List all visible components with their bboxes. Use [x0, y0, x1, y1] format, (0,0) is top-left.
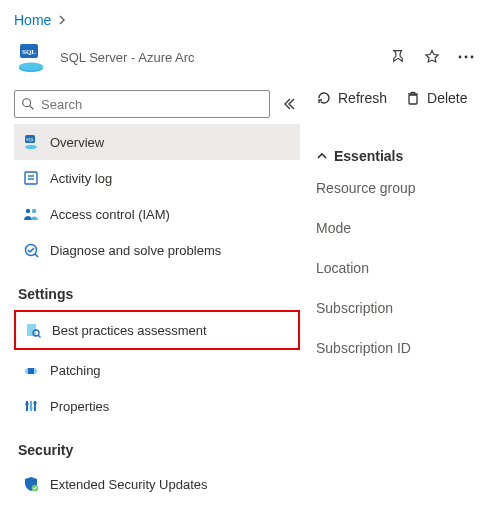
resource-type-label: SQL Server - Azure Arc [60, 50, 195, 65]
essentials-field-mode: Mode [316, 220, 486, 236]
sidebar-item-label: Overview [50, 135, 104, 150]
svg-point-15 [26, 209, 30, 213]
sidebar-item-label: Activity log [50, 171, 112, 186]
svg-line-21 [38, 335, 41, 338]
svg-point-7 [23, 99, 31, 107]
delete-button[interactable]: Delete [405, 90, 467, 106]
svg-point-9 [25, 145, 37, 149]
refresh-icon [316, 90, 332, 106]
sidebar: SQL Overview Activity log Access control… [14, 90, 300, 502]
svg-point-1 [19, 63, 43, 71]
chevron-up-icon [316, 150, 328, 162]
sidebar-item-iam[interactable]: Access control (IAM) [14, 196, 300, 232]
sidebar-item-overview[interactable]: SQL Overview [14, 124, 300, 160]
sidebar-item-patching[interactable]: Patching [14, 352, 300, 388]
chevron-right-icon [57, 15, 67, 25]
svg-point-16 [32, 209, 36, 213]
sql-icon: SQL [22, 133, 40, 151]
sql-server-arc-icon: SQL [14, 40, 48, 74]
diagnose-icon [22, 241, 40, 259]
pin-icon[interactable] [390, 49, 406, 65]
svg-point-27 [25, 402, 28, 405]
sidebar-item-label: Patching [50, 363, 101, 378]
svg-text:SQL: SQL [22, 48, 36, 56]
more-icon[interactable] [458, 55, 474, 59]
essentials-title: Essentials [334, 148, 403, 164]
essentials-toggle[interactable]: Essentials [316, 148, 486, 164]
essentials-field-resource-group: Resource group [316, 180, 486, 196]
breadcrumb-home[interactable]: Home [14, 12, 51, 28]
svg-point-4 [459, 56, 462, 59]
sidebar-item-esu[interactable]: Extended Security Updates [14, 466, 300, 502]
svg-point-29 [33, 401, 36, 404]
sidebar-section-settings: Settings [18, 286, 300, 302]
command-bar: Refresh Delete [316, 90, 486, 106]
sidebar-item-label: Extended Security Updates [50, 477, 208, 492]
svg-point-5 [465, 56, 468, 59]
svg-text:SQL: SQL [26, 137, 35, 142]
breadcrumb: Home [14, 12, 500, 28]
essentials-field-subscription-id: Subscription ID [316, 340, 486, 356]
svg-line-18 [35, 254, 38, 257]
sidebar-item-label: Best practices assessment [52, 323, 207, 338]
essentials-field-subscription: Subscription [316, 300, 486, 316]
sidebar-item-properties[interactable]: Properties [14, 388, 300, 424]
sidebar-item-label: Properties [50, 399, 109, 414]
sidebar-item-activity-log[interactable]: Activity log [14, 160, 300, 196]
svg-rect-31 [409, 95, 417, 104]
properties-icon [22, 397, 40, 415]
svg-rect-23 [28, 368, 34, 374]
refresh-button[interactable]: Refresh [316, 90, 387, 106]
delete-label: Delete [427, 90, 467, 106]
essentials-list: Resource group Mode Location Subscriptio… [316, 180, 486, 356]
search-field[interactable] [41, 97, 263, 112]
resource-header: SQL SQL Server - Azure Arc [14, 40, 500, 74]
search-input[interactable] [14, 90, 270, 118]
assessment-icon [24, 321, 42, 339]
essentials-field-location: Location [316, 260, 486, 276]
activity-log-icon [22, 169, 40, 187]
star-icon[interactable] [424, 49, 440, 65]
svg-rect-12 [25, 172, 37, 184]
search-icon [21, 97, 35, 111]
patching-icon [22, 361, 40, 379]
sidebar-item-best-practices[interactable]: Best practices assessment [14, 310, 300, 350]
sidebar-item-label: Diagnose and solve problems [50, 243, 221, 258]
svg-point-28 [29, 406, 32, 409]
trash-icon [405, 90, 421, 106]
refresh-label: Refresh [338, 90, 387, 106]
sidebar-item-label: Access control (IAM) [50, 207, 170, 222]
sidebar-section-security: Security [18, 442, 300, 458]
shield-icon [22, 475, 40, 493]
collapse-sidebar-icon[interactable] [278, 93, 300, 115]
sidebar-item-diagnose[interactable]: Diagnose and solve problems [14, 232, 300, 268]
svg-point-6 [471, 56, 474, 59]
svg-line-8 [30, 106, 34, 110]
people-icon [22, 205, 40, 223]
main-pane: Refresh Delete Essentials Resource group… [316, 90, 500, 502]
